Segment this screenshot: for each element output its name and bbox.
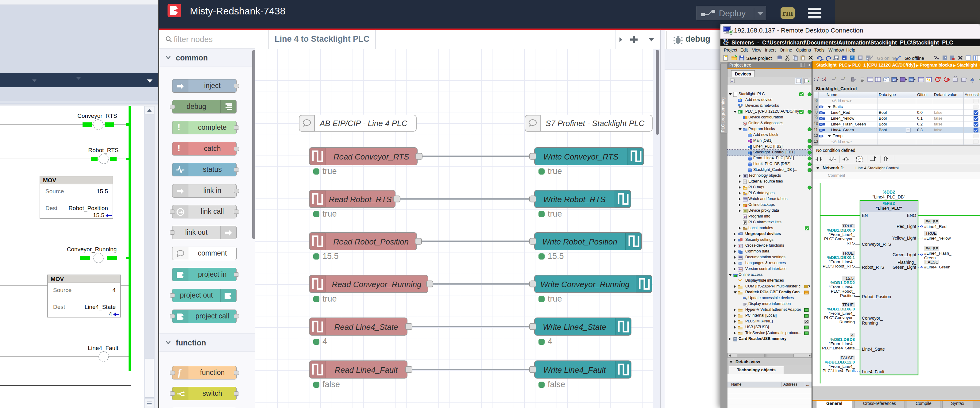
svg-text:Conveyor_: Conveyor_ [862,316,883,321]
svg-text:false: false [548,380,565,389]
svg-text:"From_Line4_: "From_Line4_ [829,364,855,369]
svg-text:Robot_RTS: Robot_RTS [862,265,884,270]
svg-text:Write Line4_State: Write Line4_State [543,322,606,332]
svg-text:FALSE: FALSE [925,219,938,224]
svg-text:10: 10 [892,78,896,81]
svg-text:true: true [323,167,337,176]
svg-text:%DB2: %DB2 [883,190,895,194]
svg-text:FALSE: FALSE [841,356,854,360]
svg-text:ENO: ENO [907,213,916,218]
svg-text:Conveyor_Running: Conveyor_Running [67,246,117,253]
svg-text:4: 4 [323,337,327,346]
svg-text:Read Robot_RTS: Read Robot_RTS [329,195,392,204]
svg-text:15.5: 15.5 [548,252,564,261]
svg-text:Source: Source [53,287,72,293]
svg-text:#Line4_Yellow: #Line4_Yellow [924,236,951,241]
svg-text:Robot_RTS: Robot_RTS [88,147,119,154]
svg-text:PLC".Conveyor_: PLC".Conveyor_ [824,315,855,320]
svg-text:TRUE: TRUE [842,251,854,256]
svg-text:#Line4_Red: #Line4_Red [924,224,947,229]
svg-text:●: ● [947,79,949,81]
svg-text:15.5: 15.5 [846,276,854,281]
svg-text:"From_Line4_: "From_Line4_ [829,341,855,346]
svg-text:true: true [323,294,337,303]
svg-text:10: 10 [744,215,747,218]
svg-text:false: false [323,380,340,389]
svg-text:#Line4_Flash_: #Line4_Flash_ [924,251,951,256]
svg-text:MOV: MOV [51,276,64,282]
svg-text:true: true [548,294,562,303]
svg-text:Line4_Fault: Line4_Fault [862,369,884,374]
svg-text:Running: Running [840,320,855,324]
svg-text:"From_Line4_: "From_Line4_ [829,285,855,289]
svg-text:Read Line4_State: Read Line4_State [334,322,398,332]
svg-text:%DB1.DBX0.0: %DB1.DBX0.0 [827,228,855,233]
svg-text:4: 4 [548,337,552,346]
svg-text:15.5: 15.5 [97,188,108,194]
svg-text:FALSE: FALSE [925,246,938,251]
svg-text:PLC".Robot_: PLC".Robot_ [831,289,855,294]
svg-text:15.5: 15.5 [323,252,339,261]
svg-text:Green: Green [924,256,936,260]
svg-text:EN: EN [862,213,868,218]
svg-text:?: ? [808,285,810,289]
svg-text:PLC".Robot_RTS: PLC".Robot_RTS [822,264,855,268]
svg-text:TRUE: TRUE [842,224,854,228]
svg-text:"Line4_PLC_DB": "Line4_PLC_DB" [873,194,905,199]
svg-text:Write Conveyor_Running: Write Conveyor_Running [540,280,630,289]
svg-text:AB EIP/CIP - Line 4 PLC: AB EIP/CIP - Line 4 PLC [319,119,407,128]
svg-text:Running: Running [862,321,878,325]
svg-text:Dest: Dest [45,205,58,211]
svg-text:Source: Source [45,188,64,194]
svg-text:Robot_Position: Robot_Position [862,294,891,299]
svg-text:Position: Position [840,293,855,298]
svg-text:Conveyor_RTS: Conveyor_RTS [862,242,891,247]
svg-text:RTS: RTS [846,241,855,245]
svg-text:PLC".Line4_State: PLC".Line4_State [822,346,855,350]
svg-text:4: 4 [109,311,112,317]
svg-text:01: 01 [835,58,837,60]
svg-text:true: true [548,209,562,218]
svg-text:Green_Light: Green_Light [892,252,916,257]
svg-text:Red_Light: Red_Light [897,224,916,229]
svg-text:Conveyor_RTS: Conveyor_RTS [77,113,117,119]
svg-text:Yellow_Light: Yellow_Light [892,236,916,241]
svg-text:Green_Light: Green_Light [892,265,916,270]
svg-text:%FB2: %FB2 [883,201,895,206]
svg-text:PLC".Line4_Fault: PLC".Line4_Fault [822,368,855,373]
svg-text:%DB1.DBX0.1: %DB1.DBX0.1 [827,255,855,260]
svg-text:KH: KH [910,79,913,81]
svg-text:?: ? [937,58,939,61]
svg-text:4: 4 [112,287,116,293]
svg-text:"Line4_PLC": "Line4_PLC" [876,206,902,211]
svg-text:✕: ✕ [939,77,941,79]
svg-text:%DB1.DBX12.0: %DB1.DBX12.0 [825,360,855,364]
svg-text:Read Robot_Position: Read Robot_Position [333,237,409,246]
svg-text:Line4_State: Line4_State [85,304,116,310]
svg-text:%DB1.DBD2: %DB1.DBD2 [830,280,855,285]
svg-text:PLC".Conveyor_: PLC".Conveyor_ [824,237,855,241]
svg-text:"From_Line4_: "From_Line4_ [829,260,855,264]
svg-text:Write Robot_RTS: Write Robot_RTS [543,195,606,204]
svg-text:TRUE: TRUE [925,231,937,236]
svg-text:MOV: MOV [43,177,56,183]
svg-text:Write Line4_Fault: Write Line4_Fault [543,365,606,375]
svg-text:Save project: Save project [746,56,772,61]
svg-text:Go online: Go online [877,56,897,61]
svg-text:"From_Line4_: "From_Line4_ [829,311,855,316]
svg-text:15.5: 15.5 [93,212,104,218]
svg-text:%DB1.DBX6.0: %DB1.DBX6.0 [827,307,855,311]
svg-text:true: true [323,209,337,218]
svg-text:S7 Profinet - Stacklight PLC: S7 Profinet - Stacklight PLC [546,119,644,128]
svg-text:"From_Line4_: "From_Line4_ [829,232,855,237]
svg-text:Write Robot_Position: Write Robot_Position [542,237,617,246]
svg-text:Dest: Dest [53,304,65,310]
svg-text:?: ? [745,297,748,301]
svg-text:Flashing_: Flashing_ [897,260,916,265]
svg-text:Robot_Position: Robot_Position [68,205,108,212]
svg-text:Go offline: Go offline [905,56,924,61]
svg-text:Read Conveyor_Running: Read Conveyor_Running [332,280,422,289]
svg-text:Read Line4_Fault: Read Line4_Fault [335,365,398,375]
svg-text:??: ?? [858,157,861,161]
svg-text:true: true [548,167,562,176]
